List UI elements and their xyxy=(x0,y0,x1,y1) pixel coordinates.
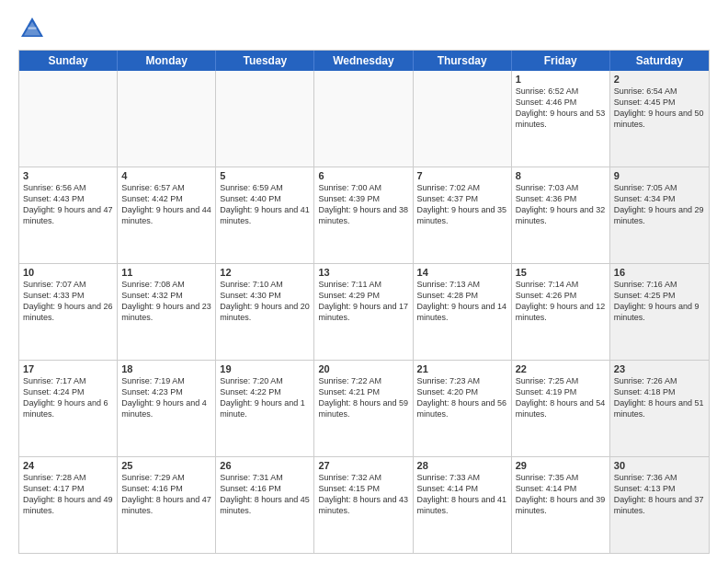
cell-info: Sunrise: 7:32 AM Sunset: 4:15 PM Dayligh… xyxy=(318,472,408,517)
day-cell-30: 30Sunrise: 7:36 AM Sunset: 4:13 PM Dayli… xyxy=(610,457,709,553)
day-number: 11 xyxy=(121,267,211,278)
day-number: 17 xyxy=(23,363,113,374)
day-number: 3 xyxy=(23,170,113,181)
day-cell-15: 15Sunrise: 7:14 AM Sunset: 4:26 PM Dayli… xyxy=(512,264,610,360)
day-cell-13: 13Sunrise: 7:11 AM Sunset: 4:29 PM Dayli… xyxy=(314,264,413,360)
weekday-header-friday: Friday xyxy=(512,51,610,71)
cell-info: Sunrise: 6:52 AM Sunset: 4:46 PM Dayligh… xyxy=(516,86,606,131)
cell-info: Sunrise: 7:14 AM Sunset: 4:26 PM Dayligh… xyxy=(516,279,606,324)
day-number: 10 xyxy=(23,267,113,278)
day-cell-25: 25Sunrise: 7:29 AM Sunset: 4:16 PM Dayli… xyxy=(118,457,216,553)
day-cell-12: 12Sunrise: 7:10 AM Sunset: 4:30 PM Dayli… xyxy=(216,264,314,360)
day-cell-2: 2Sunrise: 6:54 AM Sunset: 4:45 PM Daylig… xyxy=(610,71,709,167)
header xyxy=(18,15,710,42)
day-number: 8 xyxy=(516,170,606,181)
day-cell-16: 16Sunrise: 7:16 AM Sunset: 4:25 PM Dayli… xyxy=(610,264,709,360)
day-number: 23 xyxy=(614,363,705,374)
day-number: 1 xyxy=(516,74,606,85)
page: SundayMondayTuesdayWednesdayThursdayFrid… xyxy=(0,0,728,563)
day-number: 20 xyxy=(318,363,408,374)
day-cell-18: 18Sunrise: 7:19 AM Sunset: 4:23 PM Dayli… xyxy=(118,361,216,456)
day-cell-27: 27Sunrise: 7:32 AM Sunset: 4:15 PM Dayli… xyxy=(314,457,413,553)
day-cell-3: 3Sunrise: 6:56 AM Sunset: 4:43 PM Daylig… xyxy=(19,167,118,263)
weekday-header-tuesday: Tuesday xyxy=(216,51,314,71)
cell-info: Sunrise: 6:56 AM Sunset: 4:43 PM Dayligh… xyxy=(23,182,113,227)
cell-info: Sunrise: 7:11 AM Sunset: 4:29 PM Dayligh… xyxy=(318,279,408,324)
day-number: 28 xyxy=(417,460,507,471)
calendar-row-1: 3Sunrise: 6:56 AM Sunset: 4:43 PM Daylig… xyxy=(19,167,709,264)
day-cell-28: 28Sunrise: 7:33 AM Sunset: 4:14 PM Dayli… xyxy=(414,457,512,553)
logo xyxy=(18,15,50,42)
cell-info: Sunrise: 7:16 AM Sunset: 4:25 PM Dayligh… xyxy=(614,279,705,324)
calendar-body: 1Sunrise: 6:52 AM Sunset: 4:46 PM Daylig… xyxy=(19,71,709,553)
cell-info: Sunrise: 6:59 AM Sunset: 4:40 PM Dayligh… xyxy=(220,182,310,227)
calendar-row-3: 17Sunrise: 7:17 AM Sunset: 4:24 PM Dayli… xyxy=(19,361,709,457)
day-number: 25 xyxy=(121,460,211,471)
day-cell-14: 14Sunrise: 7:13 AM Sunset: 4:28 PM Dayli… xyxy=(414,264,512,360)
cell-info: Sunrise: 7:29 AM Sunset: 4:16 PM Dayligh… xyxy=(121,472,211,517)
day-cell-8: 8Sunrise: 7:03 AM Sunset: 4:36 PM Daylig… xyxy=(512,167,610,263)
day-number: 9 xyxy=(614,170,705,181)
weekday-header-monday: Monday xyxy=(118,51,216,71)
day-cell-22: 22Sunrise: 7:25 AM Sunset: 4:19 PM Dayli… xyxy=(512,361,610,456)
cell-info: Sunrise: 7:23 AM Sunset: 4:20 PM Dayligh… xyxy=(417,375,507,420)
day-cell-9: 9Sunrise: 7:05 AM Sunset: 4:34 PM Daylig… xyxy=(610,167,709,263)
day-cell-6: 6Sunrise: 7:00 AM Sunset: 4:39 PM Daylig… xyxy=(314,167,413,263)
cell-info: Sunrise: 7:22 AM Sunset: 4:21 PM Dayligh… xyxy=(318,375,408,420)
day-number: 24 xyxy=(23,460,113,471)
logo-icon xyxy=(18,15,46,42)
day-cell-21: 21Sunrise: 7:23 AM Sunset: 4:20 PM Dayli… xyxy=(414,361,512,456)
cell-info: Sunrise: 7:05 AM Sunset: 4:34 PM Dayligh… xyxy=(614,182,705,227)
calendar-row-2: 10Sunrise: 7:07 AM Sunset: 4:33 PM Dayli… xyxy=(19,264,709,361)
empty-cell-0-0 xyxy=(19,71,118,167)
day-cell-23: 23Sunrise: 7:26 AM Sunset: 4:18 PM Dayli… xyxy=(610,361,709,456)
day-cell-4: 4Sunrise: 6:57 AM Sunset: 4:42 PM Daylig… xyxy=(118,167,216,263)
cell-info: Sunrise: 7:26 AM Sunset: 4:18 PM Dayligh… xyxy=(614,375,705,420)
day-cell-5: 5Sunrise: 6:59 AM Sunset: 4:40 PM Daylig… xyxy=(216,167,314,263)
calendar-row-0: 1Sunrise: 6:52 AM Sunset: 4:46 PM Daylig… xyxy=(19,71,709,167)
day-cell-24: 24Sunrise: 7:28 AM Sunset: 4:17 PM Dayli… xyxy=(19,457,118,553)
svg-rect-2 xyxy=(28,28,37,29)
cell-info: Sunrise: 7:35 AM Sunset: 4:14 PM Dayligh… xyxy=(516,472,606,517)
calendar-row-4: 24Sunrise: 7:28 AM Sunset: 4:17 PM Dayli… xyxy=(19,457,709,553)
day-number: 22 xyxy=(516,363,606,374)
weekday-header-thursday: Thursday xyxy=(414,51,512,71)
cell-info: Sunrise: 7:02 AM Sunset: 4:37 PM Dayligh… xyxy=(417,182,507,227)
empty-cell-0-2 xyxy=(216,71,314,167)
day-cell-11: 11Sunrise: 7:08 AM Sunset: 4:32 PM Dayli… xyxy=(118,264,216,360)
cell-info: Sunrise: 7:28 AM Sunset: 4:17 PM Dayligh… xyxy=(23,472,113,517)
day-number: 16 xyxy=(614,267,705,278)
day-cell-20: 20Sunrise: 7:22 AM Sunset: 4:21 PM Dayli… xyxy=(314,361,413,456)
cell-info: Sunrise: 7:03 AM Sunset: 4:36 PM Dayligh… xyxy=(516,182,606,227)
day-cell-26: 26Sunrise: 7:31 AM Sunset: 4:16 PM Dayli… xyxy=(216,457,314,553)
day-number: 12 xyxy=(220,267,310,278)
day-cell-19: 19Sunrise: 7:20 AM Sunset: 4:22 PM Dayli… xyxy=(216,361,314,456)
weekday-header-sunday: Sunday xyxy=(19,51,118,71)
day-number: 29 xyxy=(516,460,606,471)
cell-info: Sunrise: 7:20 AM Sunset: 4:22 PM Dayligh… xyxy=(220,375,310,420)
cell-info: Sunrise: 7:08 AM Sunset: 4:32 PM Dayligh… xyxy=(121,279,211,324)
weekday-header-saturday: Saturday xyxy=(610,51,709,71)
empty-cell-0-4 xyxy=(414,71,512,167)
cell-info: Sunrise: 7:25 AM Sunset: 4:19 PM Dayligh… xyxy=(516,375,606,420)
cell-info: Sunrise: 7:19 AM Sunset: 4:23 PM Dayligh… xyxy=(121,375,211,420)
cell-info: Sunrise: 7:31 AM Sunset: 4:16 PM Dayligh… xyxy=(220,472,310,517)
weekday-header-wednesday: Wednesday xyxy=(314,51,413,71)
day-number: 13 xyxy=(318,267,408,278)
empty-cell-0-1 xyxy=(118,71,216,167)
day-number: 19 xyxy=(220,363,310,374)
day-number: 30 xyxy=(614,460,705,471)
day-number: 2 xyxy=(614,74,705,85)
cell-info: Sunrise: 7:13 AM Sunset: 4:28 PM Dayligh… xyxy=(417,279,507,324)
calendar: SundayMondayTuesdayWednesdayThursdayFrid… xyxy=(18,50,710,554)
empty-cell-0-3 xyxy=(314,71,413,167)
day-cell-17: 17Sunrise: 7:17 AM Sunset: 4:24 PM Dayli… xyxy=(19,361,118,456)
cell-info: Sunrise: 7:00 AM Sunset: 4:39 PM Dayligh… xyxy=(318,182,408,227)
day-cell-29: 29Sunrise: 7:35 AM Sunset: 4:14 PM Dayli… xyxy=(512,457,610,553)
day-number: 7 xyxy=(417,170,507,181)
calendar-header: SundayMondayTuesdayWednesdayThursdayFrid… xyxy=(19,51,709,71)
day-number: 5 xyxy=(220,170,310,181)
day-number: 21 xyxy=(417,363,507,374)
day-number: 18 xyxy=(121,363,211,374)
cell-info: Sunrise: 6:54 AM Sunset: 4:45 PM Dayligh… xyxy=(614,86,705,131)
